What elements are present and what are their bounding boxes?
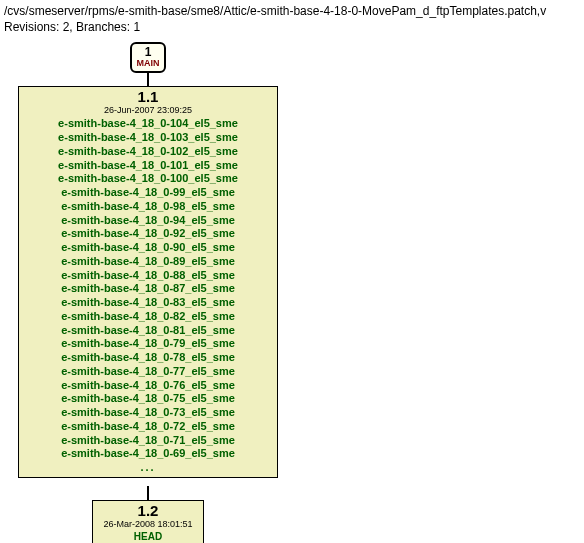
revision-node-2[interactable]: 1.2 26-Mar-2008 18:01:51 HEAD xyxy=(92,500,204,543)
revision-number: 1.1 xyxy=(23,89,273,106)
tag: e-smith-base-4_18_0-94_el5_sme xyxy=(23,214,273,228)
tag: e-smith-base-4_18_0-104_el5_sme xyxy=(23,117,273,131)
revision-date: 26-Mar-2008 18:01:51 xyxy=(97,520,199,530)
tag: e-smith-base-4_18_0-99_el5_sme xyxy=(23,186,273,200)
tag: e-smith-base-4_18_0-83_el5_sme xyxy=(23,296,273,310)
tag: e-smith-base-4_18_0-72_el5_sme xyxy=(23,420,273,434)
tag: e-smith-base-4_18_0-69_el5_sme xyxy=(23,447,273,461)
tag: e-smith-base-4_18_0-77_el5_sme xyxy=(23,365,273,379)
tag: e-smith-base-4_18_0-73_el5_sme xyxy=(23,406,273,420)
tag: e-smith-base-4_18_0-102_el5_sme xyxy=(23,145,273,159)
tag: e-smith-base-4_18_0-78_el5_sme xyxy=(23,351,273,365)
branch-node[interactable]: 1 MAIN xyxy=(130,42,166,73)
branch-label: MAIN xyxy=(132,59,164,69)
connector-line xyxy=(147,72,149,86)
head-label: HEAD xyxy=(97,531,199,542)
revision-date: 26-Jun-2007 23:09:25 xyxy=(23,106,273,116)
revisions-summary: Revisions: 2, Branches: 1 xyxy=(4,20,580,34)
tag: e-smith-base-4_18_0-87_el5_sme xyxy=(23,282,273,296)
tag: e-smith-base-4_18_0-100_el5_sme xyxy=(23,172,273,186)
tag: e-smith-base-4_18_0-103_el5_sme xyxy=(23,131,273,145)
tag: e-smith-base-4_18_0-98_el5_sme xyxy=(23,200,273,214)
connector-line xyxy=(147,486,149,500)
tag: e-smith-base-4_18_0-90_el5_sme xyxy=(23,241,273,255)
tag: e-smith-base-4_18_0-81_el5_sme xyxy=(23,324,273,338)
tag: e-smith-base-4_18_0-92_el5_sme xyxy=(23,227,273,241)
revision-number: 1.2 xyxy=(97,503,199,520)
tag: e-smith-base-4_18_0-89_el5_sme xyxy=(23,255,273,269)
revision-graph: 1 MAIN 1.1 26-Jun-2007 23:09:25 e-smith-… xyxy=(4,40,580,540)
tag: e-smith-base-4_18_0-88_el5_sme xyxy=(23,269,273,283)
repo-path: /cvs/smeserver/rpms/e-smith-base/sme8/At… xyxy=(4,4,580,18)
more-tags-ellipsis: ... xyxy=(23,461,273,473)
revision-node-1[interactable]: 1.1 26-Jun-2007 23:09:25 e-smith-base-4_… xyxy=(18,86,278,478)
tag: e-smith-base-4_18_0-82_el5_sme xyxy=(23,310,273,324)
tag: e-smith-base-4_18_0-76_el5_sme xyxy=(23,379,273,393)
tag: e-smith-base-4_18_0-79_el5_sme xyxy=(23,337,273,351)
tag-list: e-smith-base-4_18_0-104_el5_smee-smith-b… xyxy=(23,117,273,461)
tag: e-smith-base-4_18_0-75_el5_sme xyxy=(23,392,273,406)
tag: e-smith-base-4_18_0-71_el5_sme xyxy=(23,434,273,448)
tag: e-smith-base-4_18_0-101_el5_sme xyxy=(23,159,273,173)
